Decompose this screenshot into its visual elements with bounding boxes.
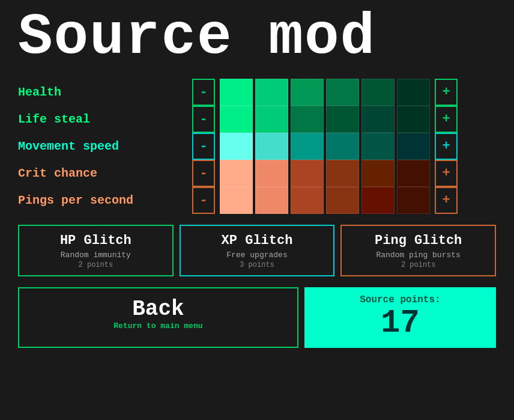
segment-life-steal-2 — [255, 106, 288, 133]
glitch-desc-ping-glitch: Random ping bursts — [348, 251, 489, 260]
stat-label-movement-speed: Movement speed — [18, 139, 192, 153]
glitch-points-ping-glitch: 2 points — [348, 261, 489, 269]
plus-btn-pings-per-second[interactable]: + — [435, 187, 458, 214]
stat-label-pings-per-second: Pings per second — [18, 193, 192, 207]
minus-btn-movement-speed[interactable]: - — [192, 133, 215, 160]
segment-movement-speed-6 — [397, 133, 430, 160]
stat-label-health: Health — [18, 85, 192, 99]
stat-row-life-steal: Life steal-+ — [18, 106, 496, 133]
plus-btn-life-steal[interactable]: + — [435, 106, 458, 133]
back-button[interactable]: BackReturn to main menu — [18, 287, 298, 348]
glitch-btn-ping-glitch[interactable]: Ping GlitchRandom ping bursts2 points — [340, 225, 496, 276]
source-points-value: 17 — [312, 305, 489, 341]
segment-pings-per-second-5 — [361, 187, 395, 214]
segment-crit-chance-5 — [361, 160, 395, 187]
glitch-desc-xp-glitch: Free upgrades — [187, 251, 328, 260]
minus-btn-health[interactable]: - — [192, 79, 215, 106]
glitch-btn-xp-glitch[interactable]: XP GlitchFree upgrades3 points — [180, 225, 335, 276]
glitch-title-hp-glitch: HP Glitch — [25, 233, 166, 248]
segments-movement-speed — [220, 133, 430, 160]
segment-health-6 — [397, 79, 430, 106]
glitch-desc-hp-glitch: Random immunity — [25, 251, 166, 260]
segment-life-steal-4 — [326, 106, 359, 133]
minus-btn-life-steal[interactable]: - — [192, 106, 215, 133]
segment-pings-per-second-1 — [220, 187, 253, 214]
segment-pings-per-second-3 — [291, 187, 324, 214]
stat-controls-health: -+ — [192, 79, 458, 106]
segment-pings-per-second-6 — [397, 187, 430, 214]
segment-pings-per-second-2 — [255, 187, 288, 214]
back-subtitle: Return to main menu — [25, 321, 291, 330]
segment-health-4 — [326, 79, 359, 106]
minus-btn-crit-chance[interactable]: - — [192, 160, 215, 187]
page-title: Source mod — [0, 0, 514, 73]
segments-crit-chance — [220, 160, 430, 187]
stat-controls-movement-speed: -+ — [192, 133, 458, 160]
segment-health-2 — [255, 79, 288, 106]
minus-btn-pings-per-second[interactable]: - — [192, 187, 215, 214]
segment-life-steal-6 — [397, 106, 430, 133]
stat-label-life-steal: Life steal — [18, 112, 192, 126]
segment-health-3 — [291, 79, 324, 106]
segment-health-5 — [361, 79, 395, 106]
stat-row-movement-speed: Movement speed-+ — [18, 133, 496, 160]
segment-pings-per-second-4 — [326, 187, 359, 214]
stat-controls-pings-per-second: -+ — [192, 187, 458, 214]
glitch-points-hp-glitch: 2 points — [25, 261, 166, 269]
plus-btn-movement-speed[interactable]: + — [435, 133, 458, 160]
glitch-title-xp-glitch: XP Glitch — [187, 233, 328, 248]
segment-life-steal-1 — [220, 106, 253, 133]
segment-crit-chance-1 — [220, 160, 253, 187]
segment-movement-speed-5 — [361, 133, 395, 160]
segment-life-steal-3 — [291, 106, 324, 133]
bottom-row: BackReturn to main menuSource points:17 — [18, 287, 496, 348]
glitch-points-xp-glitch: 3 points — [187, 261, 328, 269]
segment-crit-chance-6 — [397, 160, 430, 187]
stat-row-crit-chance: Crit chance-+ — [18, 160, 496, 187]
segment-movement-speed-4 — [326, 133, 359, 160]
source-points-box: Source points:17 — [304, 287, 496, 348]
segments-health — [220, 79, 430, 106]
segments-pings-per-second — [220, 187, 430, 214]
segment-crit-chance-3 — [291, 160, 324, 187]
source-points-label: Source points: — [312, 294, 489, 305]
stat-controls-life-steal: -+ — [192, 106, 458, 133]
segment-crit-chance-4 — [326, 160, 359, 187]
segment-life-steal-5 — [361, 106, 395, 133]
plus-btn-health[interactable]: + — [435, 79, 458, 106]
stat-controls-crit-chance: -+ — [192, 160, 458, 187]
glitch-btn-hp-glitch[interactable]: HP GlitchRandom immunity2 points — [18, 225, 174, 276]
segment-movement-speed-3 — [291, 133, 324, 160]
segments-life-steal — [220, 106, 430, 133]
back-title: Back — [25, 297, 291, 321]
segment-health-1 — [220, 79, 253, 106]
plus-btn-crit-chance[interactable]: + — [435, 160, 458, 187]
glitch-row: HP GlitchRandom immunity2 pointsXP Glitc… — [18, 225, 496, 276]
stat-row-pings-per-second: Pings per second-+ — [18, 187, 496, 214]
segment-crit-chance-2 — [255, 160, 288, 187]
glitch-title-ping-glitch: Ping Glitch — [348, 233, 489, 248]
stat-label-crit-chance: Crit chance — [18, 166, 192, 180]
stat-row-health: Health-+ — [18, 79, 496, 106]
segment-movement-speed-2 — [255, 133, 288, 160]
segment-movement-speed-1 — [220, 133, 253, 160]
